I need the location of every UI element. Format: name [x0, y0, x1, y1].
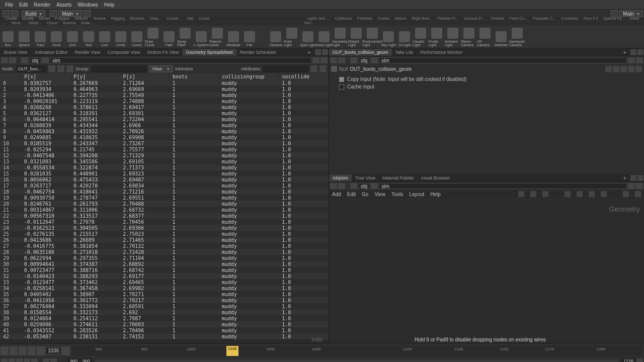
- key-icon[interactable]: [50, 358, 57, 363]
- shelf-button[interactable]: Box: [0, 26, 16, 48]
- table-row[interactable]: 290.06229940.2973552.711041muddy1.0: [0, 255, 329, 261]
- pane-tab[interactable]: Animation Editor: [31, 49, 71, 56]
- table-row[interactable]: 23-0.01126470.270782.704561muddy1.0: [0, 219, 329, 225]
- lock-icon[interactable]: [636, 358, 643, 363]
- spreadsheet[interactable]: P[x]P[y]P[z]bootscollisiongroupnocollide…: [0, 73, 329, 343]
- column-header[interactable]: collisiongroup: [219, 73, 279, 80]
- key-icon[interactable]: [16, 358, 23, 363]
- shelf-button[interactable]: Geometry Light: [332, 26, 348, 48]
- shelf-button[interactable]: Spot Light: [300, 26, 316, 48]
- pane-tab[interactable]: Geometry Spreadsheet: [183, 49, 236, 56]
- pin-icon[interactable]: [636, 183, 643, 189]
- netopt-icon[interactable]: [518, 191, 524, 197]
- play-back-icon[interactable]: [19, 346, 27, 355]
- expand-icon[interactable]: [331, 66, 337, 72]
- pane-menu-icon[interactable]: [637, 49, 643, 55]
- ctx-obj[interactable]: obj: [358, 183, 370, 189]
- table-row[interactable]: 11-0.0252940.217452.755771muddy1.0: [0, 146, 329, 152]
- shelf-tab[interactable]: Cloud: [44, 20, 60, 26]
- shelf-tab[interactable]: Vellum: [392, 16, 409, 21]
- forward-icon[interactable]: [338, 183, 345, 189]
- netopt-icon[interactable]: [589, 191, 595, 197]
- shelf-button[interactable]: Caustic Light: [413, 26, 429, 48]
- pane-tab[interactable]: Composite View: [104, 49, 144, 56]
- table-row[interactable]: 350.04054020.389072.702711muddy1.0: [0, 291, 329, 297]
- range-start2[interactable]: 960: [80, 358, 92, 362]
- path-field[interactable]: sim: [50, 57, 311, 63]
- shelf-tab[interactable]: Terra...: [9, 20, 26, 26]
- pane-tab[interactable]: Take List: [392, 49, 417, 56]
- shelf-tab[interactable]: Solar...: [78, 20, 96, 26]
- pane-tab[interactable]: Tree View: [352, 174, 379, 182]
- table-row[interactable]: 18-0.04627540.4186412.712161muddy1.0: [0, 189, 329, 195]
- table-row[interactable]: 14-0.05585340.3228742.713731muddy1.0: [0, 164, 329, 170]
- table-row[interactable]: 10.02039340.4649632.696691muddy1.0: [0, 86, 329, 92]
- shelf-button[interactable]: Gamepad Camera: [509, 26, 525, 48]
- table-row[interactable]: 12-0.04075480.3942082.713291muddy1.0: [0, 152, 329, 158]
- shelf-button[interactable]: Platonic Solids: [209, 26, 225, 48]
- help-icon[interactable]: [319, 65, 327, 72]
- pane-tab[interactable]: /obj/sim: [329, 174, 352, 182]
- table-row[interactable]: 170.02637170.4202782.698341muddy1.0: [0, 183, 329, 189]
- shelf-tab[interactable]: Container: [558, 16, 581, 21]
- shelf-button[interactable]: Point Light: [284, 26, 300, 48]
- table-row[interactable]: 390.01248640.2541122.70871muddy1.0: [0, 315, 329, 321]
- net-menu-item[interactable]: Help: [430, 192, 441, 197]
- frame-field[interactable]: 1036: [45, 347, 61, 354]
- path-field[interactable]: sim: [379, 57, 627, 63]
- net-menu-item[interactable]: View: [374, 192, 385, 197]
- shelf-button[interactable]: Draw Curve: [145, 26, 161, 48]
- shelf-button[interactable]: Switcher: [493, 26, 509, 48]
- shelf-button[interactable]: Curve: [129, 26, 145, 48]
- key-icon[interactable]: [24, 358, 30, 363]
- table-row[interactable]: 8-0.04598630.4319322.709261muddy1.0: [0, 128, 329, 134]
- table-row[interactable]: 310.007234770.3887162.687421muddy1.0: [0, 267, 329, 273]
- netopt-icon[interactable]: [542, 191, 548, 197]
- forward-icon[interactable]: [9, 57, 16, 63]
- pane-tab[interactable]: Performance Monitor: [417, 49, 466, 56]
- net-menu-item[interactable]: Layout: [409, 192, 424, 197]
- shelf-tab[interactable]: Populate C...: [530, 16, 558, 21]
- menu-edit[interactable]: Edit: [16, 2, 31, 8]
- gear-icon[interactable]: [605, 66, 612, 72]
- table-row[interactable]: 42-0.0534070.2381312.741521muddy1.0: [0, 333, 329, 339]
- table-row[interactable]: 200.02467610.2617932.704881muddy1.0: [0, 201, 329, 207]
- shelf-tab[interactable]: Rigging: [109, 16, 127, 21]
- time-scale[interactable]: 9609921008105610801104112811521176120010…: [72, 346, 642, 356]
- shelf-button[interactable]: Stereo Camera: [461, 26, 477, 48]
- table-row[interactable]: 90.02498850.4108352.699081muddy1.0: [0, 134, 329, 140]
- main-menu[interactable]: FileEditRenderAssetsWindowsHelp: [0, 0, 644, 9]
- ctx-obj[interactable]: obj: [358, 57, 370, 63]
- table-row[interactable]: 33-0.01234770.3734022.694651muddy1.0: [0, 279, 329, 285]
- shelf-button[interactable]: Environment Light: [364, 26, 380, 48]
- range-end[interactable]: 1226: [621, 358, 635, 362]
- shelf-button[interactable]: Path: [161, 26, 177, 48]
- step-fwd-icon[interactable]: [37, 346, 45, 355]
- shelf-tab[interactable]: Grains: [375, 16, 392, 21]
- table-row[interactable]: 400.02590060.2746112.700031muddy1.0: [0, 321, 329, 327]
- netopt-icon[interactable]: [530, 191, 536, 197]
- chevron-down-icon[interactable]: [628, 57, 635, 63]
- table-row[interactable]: 260.04136860.266092.714651muddy1.0: [0, 237, 329, 243]
- pane-tab[interactable]: Motion FX View: [144, 49, 183, 56]
- shelf-tab[interactable]: Viscous Fl...: [461, 16, 488, 21]
- maximize-icon[interactable]: [315, 49, 321, 55]
- pane-tab[interactable]: Asset Browser: [418, 174, 454, 182]
- shelf-button[interactable]: Ambient Light: [445, 26, 461, 48]
- shelf-tab[interactable]: Fluid Co...: [507, 16, 530, 21]
- shelf-tab[interactable]: Particle Fl...: [435, 16, 461, 21]
- color-icon[interactable]: [635, 66, 642, 72]
- range-track[interactable]: [95, 359, 618, 362]
- table-row[interactable]: 300.009946410.3743872.688921muddy1.0: [0, 261, 329, 267]
- range-start[interactable]: 960: [68, 358, 79, 362]
- pane-tab[interactable]: Scene View: [0, 49, 31, 56]
- back-icon[interactable]: [330, 183, 337, 189]
- table-row[interactable]: 28-0.06351860.2710182.724281muddy1.0: [0, 249, 329, 255]
- menu-file[interactable]: File: [2, 2, 16, 8]
- play-icon[interactable]: [28, 346, 36, 355]
- table-row[interactable]: 00.03027570.2676692.712641muddy1.0: [0, 80, 329, 86]
- column-header[interactable]: boots: [170, 73, 219, 80]
- point-mode-icon[interactable]: [48, 65, 55, 72]
- menu-windows[interactable]: Windows: [74, 2, 101, 8]
- netopt-icon[interactable]: [623, 191, 629, 197]
